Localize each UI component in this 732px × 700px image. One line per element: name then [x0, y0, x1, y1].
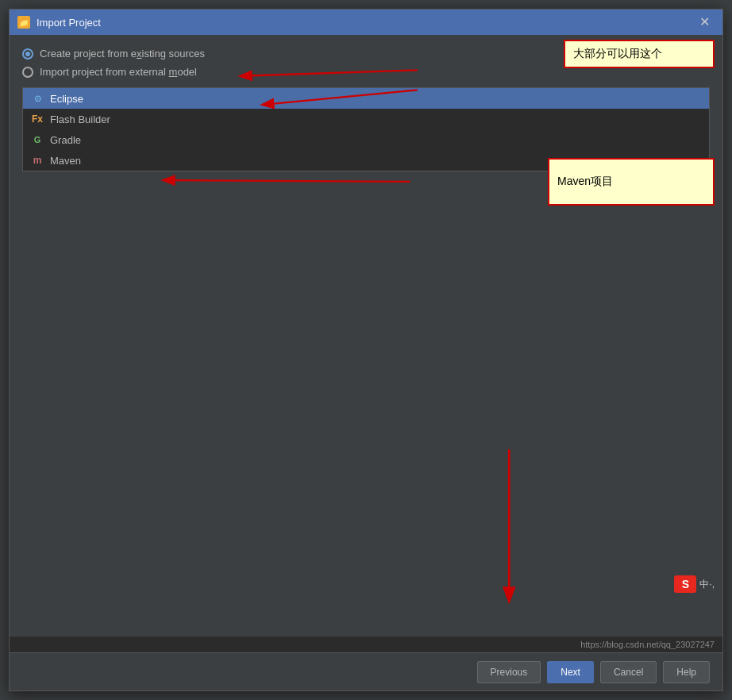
maven-label: Maven [50, 155, 81, 167]
bottom-bar: Previous Next Cancel Help [10, 652, 722, 690]
dialog-title: Import Project [37, 17, 101, 29]
title-bar-left: 📁 Import Project [17, 16, 101, 29]
help-button[interactable]: Help [663, 661, 710, 683]
annotation-middle-right: Maven项目 [548, 158, 715, 206]
title-bar: 📁 Import Project ✕ [10, 10, 722, 35]
eclipse-icon: ⊙ [31, 92, 44, 105]
cancel-button[interactable]: Cancel [600, 661, 657, 683]
close-button[interactable]: ✕ [695, 14, 715, 30]
svg-line-3 [164, 180, 410, 182]
create-project-radio[interactable] [22, 48, 33, 60]
previous-button[interactable]: Previous [477, 661, 541, 683]
flash-builder-icon: Fx [31, 113, 44, 125]
url-text: https://blog.csdn.net/qq_23027247 [580, 640, 715, 649]
flash-builder-label: Flash Builder [50, 113, 110, 125]
create-project-label: Create project from existing sources [40, 48, 205, 60]
watermark: S 中·, [674, 575, 715, 593]
url-bar: https://blog.csdn.net/qq_23027247 [10, 637, 722, 652]
gradle-icon: G [31, 133, 44, 146]
dialog-icon: 📁 [17, 16, 30, 29]
list-item-gradle[interactable]: G Gradle [23, 129, 709, 150]
gradle-label: Gradle [50, 134, 81, 146]
sogou-logo-icon: S [674, 575, 696, 593]
import-external-label: Import project from external model [40, 66, 197, 78]
ime-status: 中·, [699, 578, 715, 591]
eclipse-label: Eclipse [50, 93, 83, 105]
content-area: Create project from existing sources Imp… [10, 35, 722, 637]
list-item-eclipse[interactable]: ⊙ Eclipse [23, 88, 709, 109]
maven-icon: m [31, 154, 44, 167]
import-project-dialog: 📁 Import Project ✕ Create project from e… [9, 9, 723, 691]
import-external-radio[interactable] [22, 67, 33, 78]
annotation-top-right: 大部分可以用这个 [564, 40, 715, 68]
next-button[interactable]: Next [547, 661, 594, 683]
list-item-flash-builder[interactable]: Fx Flash Builder [23, 109, 709, 129]
